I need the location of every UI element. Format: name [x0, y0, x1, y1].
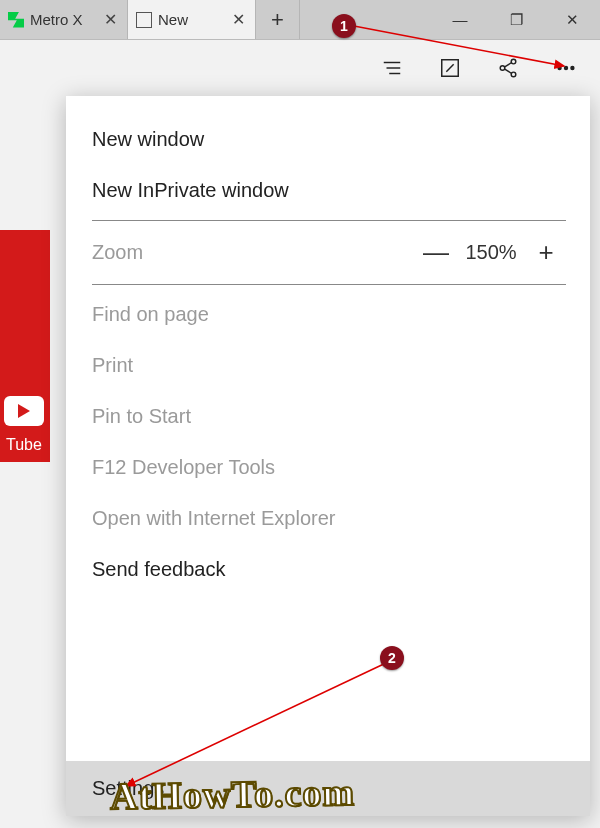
share-icon[interactable] [496, 56, 520, 80]
menu-new-inprivate[interactable]: New InPrivate window [92, 165, 566, 216]
title-bar: Metro X ✕ New ✕ + — ❐ ✕ [0, 0, 600, 40]
more-icon[interactable] [554, 56, 578, 80]
zoom-value: 150% [456, 241, 526, 264]
svg-line-8 [504, 69, 511, 74]
close-window-button[interactable]: ✕ [544, 0, 600, 40]
zoom-in-button[interactable]: + [526, 237, 566, 268]
start-tile-youtube[interactable]: Tube [0, 230, 50, 462]
svg-point-9 [558, 67, 561, 70]
svg-point-11 [571, 67, 574, 70]
zoom-label: Zoom [92, 241, 416, 264]
youtube-icon [4, 396, 44, 426]
menu-open-ie[interactable]: Open with Internet Explorer [92, 493, 566, 544]
annotation-step-1: 1 [332, 14, 356, 38]
close-tab-icon[interactable]: ✕ [228, 10, 249, 29]
menu-separator [92, 284, 566, 285]
tab-metro-x[interactable]: Metro X ✕ [0, 0, 128, 39]
menu-send-feedback[interactable]: Send feedback [92, 544, 566, 595]
close-tab-icon[interactable]: ✕ [100, 10, 121, 29]
tab-new[interactable]: New ✕ [128, 0, 256, 39]
window-controls: — ❐ ✕ [432, 0, 600, 39]
deviantart-icon [8, 12, 24, 28]
minimize-button[interactable]: — [432, 0, 488, 40]
tab-label: Metro X [30, 11, 94, 28]
annotation-step-2: 2 [380, 646, 404, 670]
web-note-icon[interactable] [438, 56, 462, 80]
zoom-out-button[interactable]: — [416, 237, 456, 268]
menu-print[interactable]: Print [92, 340, 566, 391]
menu-dev-tools[interactable]: F12 Developer Tools [92, 442, 566, 493]
menu-zoom-row: Zoom — 150% + [92, 225, 566, 280]
reading-list-icon[interactable] [380, 56, 404, 80]
menu-new-window[interactable]: New window [92, 114, 566, 165]
menu-separator [92, 220, 566, 221]
toolbar [0, 40, 600, 96]
menu-find-on-page[interactable]: Find on page [92, 289, 566, 340]
page-icon [136, 12, 152, 28]
svg-point-10 [565, 67, 568, 70]
tab-label: New [158, 11, 222, 28]
menu-pin-to-start[interactable]: Pin to Start [92, 391, 566, 442]
maximize-button[interactable]: ❐ [488, 0, 544, 40]
watermark: AtHowTo.com [110, 770, 356, 818]
svg-line-7 [504, 63, 511, 68]
new-tab-button[interactable]: + [256, 0, 300, 39]
more-actions-menu: New window New InPrivate window Zoom — 1… [66, 96, 590, 816]
tile-label: Tube [0, 432, 50, 462]
